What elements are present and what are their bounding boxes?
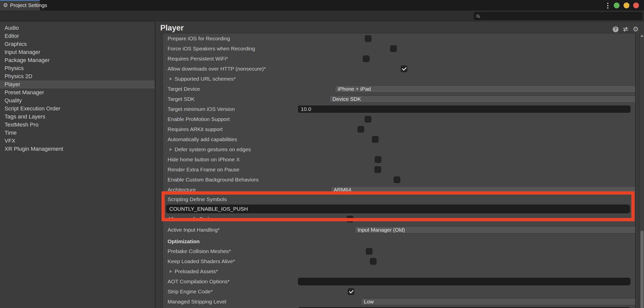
checkbox-unchecked[interactable]: [358, 126, 364, 133]
sidebar-item-xr-plugin-management[interactable]: XR Plugin Management: [0, 145, 155, 153]
unity-project-settings-window: ⚙ Project Settings AudioEditorGraphicsIn…: [0, 0, 644, 308]
window-tab-bar: ⚙ Project Settings: [0, 0, 644, 11]
foldout-arrow-icon: [170, 77, 172, 80]
checkbox-unchecked[interactable]: [365, 35, 371, 42]
foldout-supported-url-schemes[interactable]: Supported URL schemes*: [168, 76, 236, 82]
presets-icon[interactable]: [622, 26, 629, 33]
dropdown-architecture[interactable]: ARM64: [331, 186, 636, 193]
sidebar-item-textmesh-pro[interactable]: TextMesh Pro: [0, 121, 155, 129]
sidebar-item-player[interactable]: Player: [0, 80, 155, 88]
text-field-scripting-define-symbols[interactable]: COUNTLY_ENABLE_IOS_PUSH: [166, 205, 630, 213]
foldout-preloaded-assets[interactable]: Preloaded Assets*: [168, 268, 218, 274]
checkbox-unchecked[interactable]: [394, 176, 400, 183]
dropdown-target-device[interactable]: iPhone + iPad: [335, 85, 636, 93]
help-icon[interactable]: ?: [612, 26, 619, 33]
sidebar-item-script-execution-order[interactable]: Script Execution Order: [0, 105, 155, 113]
foldout-arrow-icon: [170, 270, 172, 273]
setting-label: AOT Compilation Options*: [168, 279, 230, 285]
settings-row-defer-system-gestures-on-edges: Defer system gestures on edges: [163, 144, 635, 155]
dropdown-value: iPhone + iPad: [338, 86, 371, 92]
settings-row-strip-engine-code: Strip Engine Code*: [163, 287, 635, 297]
settings-row-force-ios-speakers-when-recording: Force iOS Speakers when Recording: [163, 44, 635, 54]
window-dot-green[interactable]: [614, 3, 620, 8]
setting-label: Allow downloads over HTTP (nonsecure)*: [168, 66, 266, 72]
setting-label: Prepare iOS for Recording: [168, 36, 230, 42]
kebab-menu-icon[interactable]: [606, 2, 610, 9]
sidebar-item-graphics[interactable]: Graphics: [0, 40, 155, 48]
window-dot-yellow[interactable]: [624, 3, 629, 8]
checkbox-unchecked[interactable]: [372, 136, 379, 143]
dropdown-managed-stripping-level[interactable]: Low: [361, 298, 636, 305]
settings-row-architecture: ArchitectureARM64: [163, 185, 635, 195]
sidebar-item-input-manager[interactable]: Input Manager: [0, 48, 155, 56]
settings-row-render-extra-frame-on-pause: Render Extra Frame on Pause: [163, 165, 635, 175]
sidebar-item-tags-and-layers[interactable]: Tags and Layers: [0, 113, 155, 121]
dropdown-value: Low: [364, 299, 374, 305]
sidebar-item-quality[interactable]: Quality: [0, 97, 155, 105]
window-dot-red[interactable]: [633, 3, 639, 8]
dropdown-active-input-handling[interactable]: Input Manager (Old): [355, 226, 636, 233]
sidebar-item-time[interactable]: Time: [0, 129, 155, 137]
setting-label: Preloaded Assets*: [175, 268, 218, 274]
settings-row-aot-compilation-options: AOT Compilation Options*: [163, 276, 635, 287]
settings-row-requires-persistent-wifi: Requires Persistent WiFi*: [163, 54, 635, 64]
text-field-value: 10.0: [301, 106, 311, 112]
setting-label: Scripting Define Symbols: [168, 196, 227, 202]
gear-icon[interactable]: ⚙: [632, 26, 639, 33]
setting-label: Allow unsafe Code: [168, 216, 212, 222]
sidebar-item-preset-manager[interactable]: Preset Manager: [0, 88, 155, 97]
setting-label: Target Device: [168, 86, 200, 92]
settings-row-enable-promotion-support: Enable ProMotion Support: [163, 114, 635, 124]
settings-row-supported-url-schemes: Supported URL schemes*: [163, 74, 635, 84]
checkbox-unchecked[interactable]: [347, 216, 353, 222]
setting-label: Architecture: [168, 187, 196, 193]
dropdown-target-sdk[interactable]: Device SDK: [330, 96, 636, 103]
text-field-aot-compilation-options[interactable]: [298, 278, 630, 285]
settings-row: COUNTLY_ENABLE_IOS_PUSH: [163, 204, 635, 214]
checkbox-unchecked[interactable]: [366, 248, 372, 255]
checkbox-unchecked[interactable]: [375, 156, 381, 163]
vertical-scrollbar[interactable]: [639, 33, 644, 308]
sidebar-item-audio[interactable]: Audio: [0, 24, 155, 32]
search-input[interactable]: [479, 13, 642, 19]
setting-label: Enable ProMotion Support: [168, 116, 230, 122]
dropdown-value: ARM64: [334, 187, 351, 193]
settings-row-allow-downloads-over-http-nonsecure: Allow downloads over HTTP (nonsecure)*: [163, 64, 635, 74]
settings-category-list: AudioEditorGraphicsInput ManagerPackage …: [0, 21, 155, 308]
scrollbar-up-icon[interactable]: [640, 35, 643, 37]
search-icon: [476, 15, 479, 17]
checkbox-unchecked[interactable]: [363, 55, 369, 62]
checkbox-unchecked[interactable]: [390, 45, 397, 52]
setting-label: Active Input Handling*: [168, 227, 220, 233]
checkbox-checked[interactable]: [348, 288, 354, 295]
checkbox-unchecked[interactable]: [374, 166, 381, 173]
scripting-define-symbols-value: COUNTLY_ENABLE_IOS_PUSH: [169, 206, 248, 212]
settings-row-scripting-define-symbols: Scripting Define Symbols: [163, 195, 635, 204]
sidebar-item-physics[interactable]: Physics: [0, 64, 155, 72]
sidebar-item-vfx[interactable]: VFX: [0, 137, 155, 145]
setting-label: Requires ARKit support: [168, 126, 223, 132]
search-field[interactable]: [474, 12, 642, 20]
page-title: Player: [160, 23, 184, 33]
settings-toolbar: [0, 11, 644, 21]
checkbox-checked[interactable]: [401, 66, 407, 72]
setting-label: Managed Stripping Level: [168, 299, 226, 305]
scrollbar-thumb[interactable]: [640, 231, 643, 308]
foldout-defer-system-gestures-on-edges[interactable]: Defer system gestures on edges: [168, 146, 251, 152]
sidebar-item-package-manager[interactable]: Package Manager: [0, 56, 155, 64]
setting-label: Render Extra Frame on Pause: [168, 167, 239, 173]
settings-row-active-input-handling: Active Input Handling*Input Manager (Old…: [163, 224, 635, 236]
gear-icon: ⚙: [3, 3, 8, 8]
checkbox-unchecked[interactable]: [365, 116, 371, 122]
sidebar-item-editor[interactable]: Editor: [0, 32, 155, 40]
dropdown-value: Device SDK: [332, 96, 361, 102]
checkbox-unchecked[interactable]: [370, 258, 377, 265]
setting-label: Target minimum iOS Version: [168, 106, 235, 112]
sidebar-item-physics-2d[interactable]: Physics 2D: [0, 72, 155, 80]
setting-label: Force iOS Speakers when Recording: [168, 46, 255, 52]
setting-label: Requires Persistent WiFi*: [168, 56, 228, 62]
settings-row-requires-arkit-support: Requires ARKit support: [163, 124, 635, 134]
settings-row-keep-loaded-shaders-alive: Keep Loaded Shaders Alive*: [163, 256, 635, 266]
tab-project-settings[interactable]: ⚙ Project Settings: [0, 0, 40, 11]
text-field-target-minimum-ios-version[interactable]: 10.0: [298, 106, 630, 113]
